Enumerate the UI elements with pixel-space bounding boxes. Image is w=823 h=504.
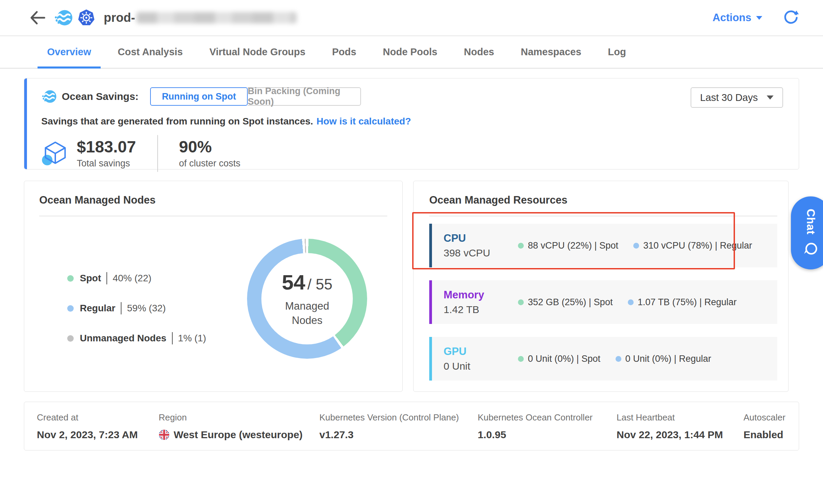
info-autoscaler: Autoscaler Enabled [743, 412, 785, 450]
donut-center-label: Managed Nodes [285, 299, 329, 328]
total-savings-block: $183.07 Total savings [77, 138, 136, 169]
total-count: / 55 [307, 276, 332, 293]
toggle-bin-packing[interactable]: Bin Packing (Coming Soon) [248, 87, 361, 106]
nodes-legend: Spot 40% (22) Regular 59% (32) Unmanaged… [67, 272, 206, 362]
how-calculated-link[interactable]: How is it calculated? [317, 116, 411, 127]
info-ocean-controller: Kubernetes Ocean Controller 1.0.95 [478, 412, 617, 450]
divider [429, 216, 777, 216]
header: prod- Actions [0, 0, 823, 36]
savings-toggle-group: Running on Spot Bin Packing (Coming Soon… [150, 87, 361, 106]
cluster-cost-label: of cluster costs [179, 158, 241, 169]
resource-name: Memory [444, 289, 508, 301]
chevron-down-icon [767, 95, 774, 100]
region-flag-icon [159, 429, 170, 440]
tab-log[interactable]: Log [598, 36, 636, 68]
legend-separator [121, 302, 121, 314]
resource-row-gpu: GPU 0 Unit 0 Unit (0%) | Spot 0 Unit (0%… [429, 337, 777, 381]
info-region: Region West Europe (westeurope) [159, 412, 319, 450]
savings-description: Savings that are generated from running … [41, 116, 783, 127]
cube-icon [41, 139, 69, 167]
ocean-savings-icon [41, 89, 56, 104]
spot-dot-icon [518, 243, 524, 249]
cluster-info-bar: Created at Nov 2, 2023, 7:23 AM Region W… [24, 402, 799, 450]
refresh-button[interactable] [783, 10, 799, 26]
ocean-savings-card: Ocean Savings: Running on Spot Bin Packi… [24, 78, 799, 169]
cpu-regular-stat: 310 vCPU (78%) | Regular [633, 240, 752, 251]
ocean-savings-label: Ocean Savings: [62, 91, 139, 102]
gpu-regular-stat: 0 Unit (0%) | Regular [616, 354, 711, 364]
stats-divider [157, 135, 158, 172]
tab-node-pools[interactable]: Node Pools [373, 36, 447, 68]
page: prod- Actions Overview Cost Analysis Vir… [0, 0, 823, 504]
cpu-spot-stat: 88 vCPU (22%) | Spot [518, 240, 618, 251]
period-dropdown-value: Last 30 Days [700, 92, 758, 103]
spot-dot-icon [518, 356, 524, 362]
managed-resources-title: Ocean Managed Resources [429, 194, 777, 206]
spot-dot-icon [67, 275, 74, 282]
autoscaler-status: Enabled [743, 429, 785, 441]
info-k8s-version: Kubernetes Version (Control Plane) v1.27… [319, 412, 478, 450]
tab-bar: Overview Cost Analysis Virtual Node Grou… [0, 36, 823, 69]
unmanaged-dot-icon [67, 335, 74, 342]
kubernetes-logo-icon [77, 9, 96, 27]
resource-name: CPU [444, 232, 508, 244]
chevron-down-icon [756, 16, 762, 20]
memory-spot-stat: 352 GB (25%) | Spot [518, 297, 613, 308]
info-created-at: Created at Nov 2, 2023, 7:23 AM [37, 412, 159, 450]
cluster-cost-block: 90% of cluster costs [179, 138, 241, 169]
legend-separator [106, 272, 107, 284]
resource-name: GPU [444, 345, 508, 358]
back-button[interactable] [29, 9, 46, 27]
gpu-spot-stat: 0 Unit (0%) | Spot [518, 354, 601, 364]
ocean-logo-icon [54, 9, 72, 27]
tab-pods[interactable]: Pods [322, 36, 366, 68]
managed-nodes-donut: 54 / 55 Managed Nodes [247, 239, 367, 359]
donut-center: 54 / 55 Managed Nodes [247, 239, 367, 359]
managed-nodes-title: Ocean Managed Nodes [39, 194, 387, 206]
managed-resources-card: Ocean Managed Resources CPU 398 vCPU 88 … [413, 181, 789, 392]
tab-namespaces[interactable]: Namespaces [511, 36, 591, 68]
period-dropdown[interactable]: Last 30 Days [691, 87, 783, 108]
regular-dot-icon [67, 305, 74, 312]
resource-total: 398 vCPU [444, 247, 508, 259]
regular-dot-icon [616, 356, 621, 362]
regular-dot-icon [633, 243, 639, 249]
managed-count: 54 [282, 270, 305, 294]
resource-total: 0 Unit [444, 360, 508, 372]
chat-bubble-icon [803, 241, 819, 257]
back-arrow-icon [29, 9, 46, 27]
info-last-heartbeat: Last Heartbeat Nov 22, 2023, 1:44 PM [617, 412, 743, 450]
cluster-name-prefix: prod- [104, 11, 135, 25]
memory-regular-stat: 1.07 TB (75%) | Regular [628, 297, 737, 308]
chat-label: Chat [804, 209, 817, 234]
cluster-cost-percent: 90% [179, 138, 241, 156]
actions-button[interactable]: Actions [712, 12, 762, 24]
total-savings-value: $183.07 [77, 138, 136, 156]
spot-dot-icon [518, 299, 524, 305]
page-title: prod- [104, 11, 297, 25]
tab-virtual-node-groups[interactable]: Virtual Node Groups [200, 36, 315, 68]
chat-button[interactable]: Chat [791, 196, 823, 269]
actions-label: Actions [712, 12, 751, 24]
toggle-running-on-spot[interactable]: Running on Spot [150, 87, 248, 106]
legend-item-unmanaged: Unmanaged Nodes 1% (1) [67, 332, 206, 344]
tab-nodes[interactable]: Nodes [454, 36, 504, 68]
legend-item-regular: Regular 59% (32) [67, 302, 206, 314]
tab-cost-analysis[interactable]: Cost Analysis [108, 36, 192, 68]
regular-dot-icon [628, 299, 634, 305]
resource-row-cpu: CPU 398 vCPU 88 vCPU (22%) | Spot 310 vC… [429, 224, 777, 267]
legend-separator [172, 332, 173, 344]
cluster-name-redacted [136, 12, 297, 24]
resource-row-memory: Memory 1.42 TB 352 GB (25%) | Spot 1.07 … [429, 280, 777, 324]
resource-total: 1.42 TB [444, 304, 508, 315]
tab-overview[interactable]: Overview [38, 36, 101, 68]
total-savings-label: Total savings [77, 158, 136, 169]
legend-item-spot: Spot 40% (22) [67, 272, 206, 284]
managed-nodes-card: Ocean Managed Nodes Spot 40% (22) Regula… [24, 181, 403, 392]
